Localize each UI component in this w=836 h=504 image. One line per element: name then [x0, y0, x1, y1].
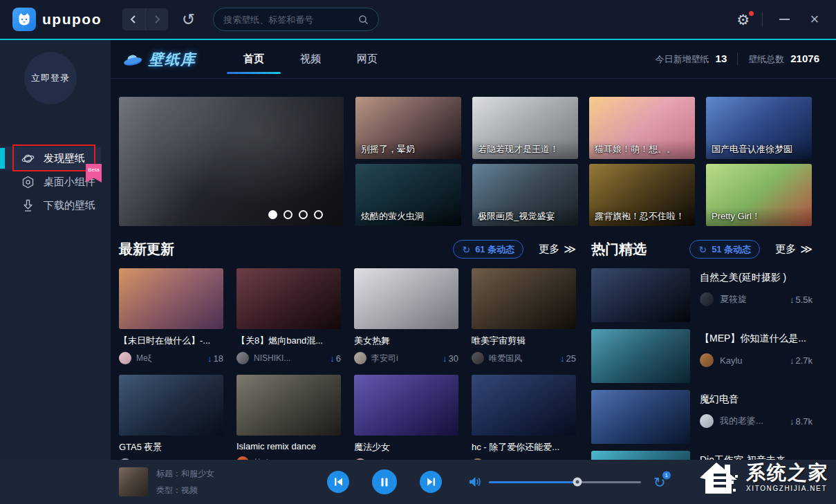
- app-window: upupoo ↺ ⚙ × 立即登录: [0, 0, 836, 504]
- search-box[interactable]: [213, 8, 379, 31]
- featured-tile[interactable]: 国产电音认准徐梦圆: [706, 97, 812, 159]
- featured-tile[interactable]: 猫耳娘！萌！想。。: [589, 97, 695, 159]
- back-button[interactable]: [122, 8, 145, 30]
- app-name: upupoo: [42, 11, 102, 28]
- speaker-icon[interactable]: [469, 476, 482, 487]
- featured-tile[interactable]: 露背旗袍！忍不住啦！: [589, 164, 695, 226]
- featured-tile[interactable]: 别摇了，晕奶: [355, 97, 461, 159]
- author-name: Kaylu: [720, 355, 790, 366]
- close-button[interactable]: ×: [806, 10, 824, 28]
- wallpaper-card[interactable]: 唯美宇宙剪辑 唯爱国风 ↓ 25: [472, 268, 576, 364]
- wallpaper-card[interactable]: 魔法少女 ゞ╂毛巾~ ↓ 75: [354, 375, 458, 460]
- tile-caption: 猫耳娘！萌！想。。: [589, 140, 695, 159]
- download-count-value: 8.7k: [795, 416, 812, 427]
- wallpaper-card[interactable]: 美女热舞 李安司i ↓ 30: [354, 268, 458, 364]
- double-chevron-icon: ≫: [564, 242, 576, 256]
- volume-fill: [489, 481, 577, 483]
- pause-button[interactable]: [372, 469, 397, 494]
- tile-caption: 若隐若现才是王道！: [472, 140, 578, 159]
- sidebar-item-downloaded-wallpapers[interactable]: 下载的壁纸: [0, 194, 111, 217]
- hot-title: 【MEP】你知道什么是...: [700, 333, 812, 345]
- stat: 壁纸总数 21076: [737, 53, 819, 66]
- stat: 今日新增壁纸 13: [656, 53, 727, 66]
- featured-tile[interactable]: Pretty Girl！: [706, 164, 812, 226]
- watermark: 系统之家 XITONGZHIJIA.NET: [698, 460, 829, 496]
- stat-value: 13: [716, 53, 727, 64]
- hot-pick-item[interactable]: 【MEP】你知道什么是... Kaylu ↓ 2.7k: [591, 329, 812, 383]
- notification-dot: [749, 11, 754, 16]
- minimize-button[interactable]: [775, 10, 793, 28]
- featured-tile[interactable]: 极限画质_视觉盛宴: [472, 164, 578, 226]
- wallpaper-card[interactable]: hc - 除了爱你还能爱... 等不到天... ↓ 5: [472, 375, 576, 460]
- card-thumbnail: [354, 268, 458, 329]
- wallpaper-card[interactable]: 【关8】燃向band混... NISHIKI... ↓ 6: [236, 268, 341, 364]
- tab[interactable]: 网页: [357, 40, 378, 78]
- latest-more-link[interactable]: 更多 ≫: [539, 242, 576, 256]
- card-thumbnail: [236, 268, 341, 329]
- wallpaper-card[interactable]: GTA5 夜景 张金金先森 ↓ 105: [119, 375, 223, 460]
- card-title: hc - 除了爱你还能爱...: [472, 441, 576, 454]
- hot-thumbnail: [591, 268, 690, 322]
- latest-updates-count-button[interactable]: ↻ 61 条动态: [453, 240, 523, 259]
- carousel-hero-image[interactable]: [119, 97, 344, 226]
- login-button[interactable]: 立即登录: [24, 52, 77, 104]
- download-count-value: 25: [566, 353, 576, 364]
- latest-header-actions: ↻ 61 条动态 更多 ≫: [453, 240, 576, 259]
- app-logo: upupoo: [12, 8, 102, 31]
- avatar: [119, 352, 131, 364]
- tab[interactable]: 首页: [243, 40, 264, 78]
- download-arrow-icon: ↓: [790, 295, 795, 305]
- stat-label: 今日新增壁纸: [656, 53, 709, 66]
- card-title: 【末日时在做什么】-...: [119, 335, 223, 347]
- app-logo-icon: [12, 8, 36, 31]
- download-count-value: 5.5k: [795, 295, 812, 305]
- card-title: 魔法少女: [354, 441, 458, 454]
- carousel-dot[interactable]: [299, 210, 308, 219]
- tile-caption: 别摇了，晕奶: [355, 140, 461, 159]
- now-playing-thumbnail[interactable]: [119, 467, 148, 496]
- featured-tile[interactable]: 炫酷的萤火虫洞: [355, 164, 461, 226]
- previous-button[interactable]: [327, 471, 349, 493]
- download-count: ↓ 5.5k: [790, 295, 812, 305]
- refresh-icon: ↻: [462, 245, 470, 254]
- card-thumbnail: [119, 375, 223, 436]
- volume-knob[interactable]: [573, 478, 582, 487]
- hot-pick-item[interactable]: 自然之美(延时摄影 ) 夏筱旋 ↓ 5.5k: [591, 268, 812, 322]
- wallpaper-card[interactable]: Islamic remix dance 杜sir ↓ 5: [236, 375, 341, 460]
- next-button[interactable]: [420, 471, 442, 493]
- volume-slider[interactable]: [489, 481, 641, 483]
- latest-section-header: 最新更新 ↻ 61 条动态 更多 ≫: [119, 240, 576, 259]
- hot-meta: Kaylu ↓ 2.7k: [700, 353, 812, 367]
- loop-mode-button[interactable]: ↻ 1: [653, 475, 666, 489]
- main-header: 壁纸库 首页视频网页 今日新增壁纸 13 壁纸总数 21076: [111, 40, 836, 79]
- download-arrow-icon: ↓: [207, 353, 212, 364]
- card-title: GTA5 夜景: [119, 441, 223, 454]
- forward-button[interactable]: [145, 8, 168, 30]
- titlebar-right: ⚙ ×: [736, 10, 824, 28]
- refresh-icon: ↺: [182, 10, 195, 28]
- stat-label: 壁纸总数: [748, 53, 784, 66]
- wallpaper-card[interactable]: 【末日时在做什么】-... Meξ ↓ 18: [119, 268, 223, 364]
- loop-count-badge: 1: [662, 472, 671, 480]
- avatar: [700, 292, 714, 306]
- carousel-dot[interactable]: [268, 210, 277, 219]
- hot-updates-count-button[interactable]: ↻ 51 条动态: [689, 240, 760, 259]
- now-playing-type: 类型：视频: [156, 485, 214, 496]
- search-input[interactable]: [223, 15, 353, 25]
- hot-pick-item[interactable]: Die工作室-初音未来 ↓: [591, 451, 812, 460]
- author-name: Meξ: [136, 353, 207, 363]
- carousel-dot[interactable]: [314, 210, 323, 219]
- featured-tile[interactable]: 若隐若现才是王道！: [472, 97, 578, 159]
- content: 别摇了，晕奶 若隐若现才是王道！ 猫耳娘！萌！想。。 国产电音认准徐梦圆 炫酷的…: [111, 79, 836, 460]
- sidebar-item-desktop-widgets[interactable]: 桌面小组件 Beta: [0, 170, 111, 194]
- hot-more-link[interactable]: 更多 ≫: [775, 242, 812, 256]
- tile-caption: 国产电音认准徐梦圆: [706, 140, 812, 159]
- tab-label: 视频: [300, 53, 321, 66]
- download-arrow-icon: ↓: [443, 353, 447, 364]
- settings-button[interactable]: ⚙: [736, 12, 750, 27]
- hot-pick-item[interactable]: 魔幻电音 我的老婆... ↓ 8.7k: [591, 390, 812, 444]
- tab[interactable]: 视频: [300, 40, 321, 78]
- refresh-button[interactable]: ↺: [182, 12, 195, 28]
- card-meta: NISHIKI... ↓ 6: [236, 352, 341, 364]
- carousel-dot[interactable]: [284, 210, 292, 219]
